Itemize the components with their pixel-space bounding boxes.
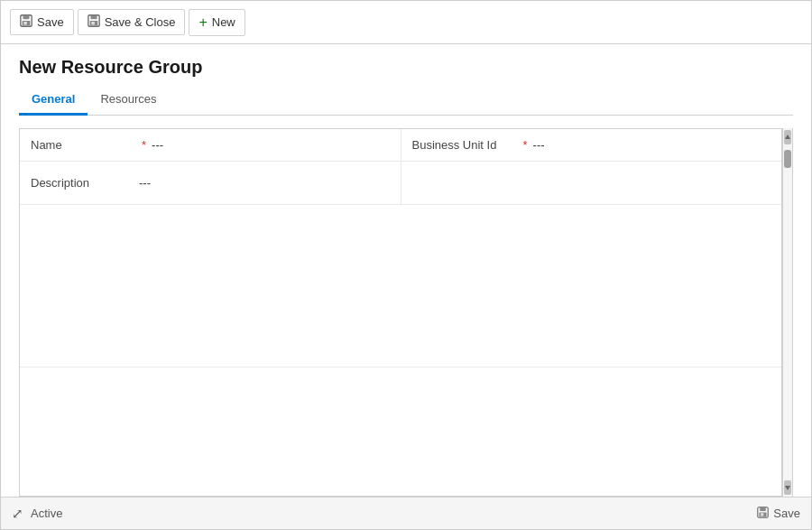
new-button-label: New bbox=[212, 15, 235, 29]
new-button[interactable]: + New bbox=[189, 9, 245, 36]
svg-rect-3 bbox=[23, 22, 27, 25]
save-button[interactable]: Save bbox=[10, 9, 74, 35]
save-icon bbox=[20, 14, 32, 30]
save-close-button[interactable]: Save & Close bbox=[78, 9, 186, 35]
save-close-button-label: Save & Close bbox=[105, 15, 176, 29]
description-field-cell: Description --- bbox=[20, 169, 401, 197]
status-right: Save bbox=[757, 507, 800, 521]
svg-marker-8 bbox=[785, 135, 790, 139]
form-row-2: Description --- bbox=[20, 162, 781, 205]
business-unit-value[interactable]: --- bbox=[533, 138, 545, 152]
scroll-down-arrow[interactable] bbox=[784, 480, 791, 495]
scroll-up-arrow[interactable] bbox=[784, 130, 791, 144]
svg-marker-9 bbox=[785, 486, 790, 490]
toolbar: Save Save & Close + New bbox=[1, 1, 811, 44]
status-save-label[interactable]: Save bbox=[773, 507, 800, 520]
tabs-container: General Resources bbox=[19, 87, 793, 116]
scroll-thumb[interactable] bbox=[784, 150, 791, 168]
name-field-cell: Name * --- bbox=[20, 131, 401, 159]
status-bar: ⤢ Active Save bbox=[1, 497, 811, 529]
new-icon: + bbox=[198, 14, 207, 31]
svg-rect-7 bbox=[91, 22, 95, 25]
status-left: ⤢ Active bbox=[12, 506, 62, 522]
form-row-1: Name * --- Business Unit Id * --- bbox=[20, 129, 781, 162]
tab-resources[interactable]: Resources bbox=[88, 87, 169, 116]
tab-general[interactable]: General bbox=[19, 87, 88, 116]
name-label: Name bbox=[31, 138, 139, 152]
description-value[interactable]: --- bbox=[139, 176, 151, 190]
description-label: Description bbox=[31, 176, 139, 190]
status-save-icon bbox=[757, 507, 769, 521]
expand-icon[interactable]: ⤢ bbox=[12, 506, 23, 522]
main-content: New Resource Group General Resources Nam… bbox=[1, 44, 811, 497]
svg-rect-1 bbox=[23, 15, 30, 19]
form-empty-space bbox=[20, 205, 781, 367]
name-value[interactable]: --- bbox=[152, 138, 163, 152]
name-required: * bbox=[142, 138, 146, 152]
description-right-cell bbox=[401, 176, 782, 191]
form-container: Name * --- Business Unit Id * --- Descri… bbox=[19, 128, 782, 497]
status-label: Active bbox=[31, 507, 62, 520]
business-unit-field-cell: Business Unit Id * --- bbox=[401, 131, 782, 159]
save-close-icon bbox=[88, 14, 100, 30]
business-unit-label: Business Unit Id bbox=[412, 138, 521, 152]
svg-rect-5 bbox=[90, 15, 97, 19]
business-unit-required: * bbox=[523, 138, 528, 152]
page-title: New Resource Group bbox=[19, 57, 793, 78]
svg-rect-13 bbox=[761, 513, 763, 516]
save-button-label: Save bbox=[37, 15, 64, 29]
scrollbar-area bbox=[782, 128, 793, 497]
svg-rect-11 bbox=[761, 507, 767, 510]
